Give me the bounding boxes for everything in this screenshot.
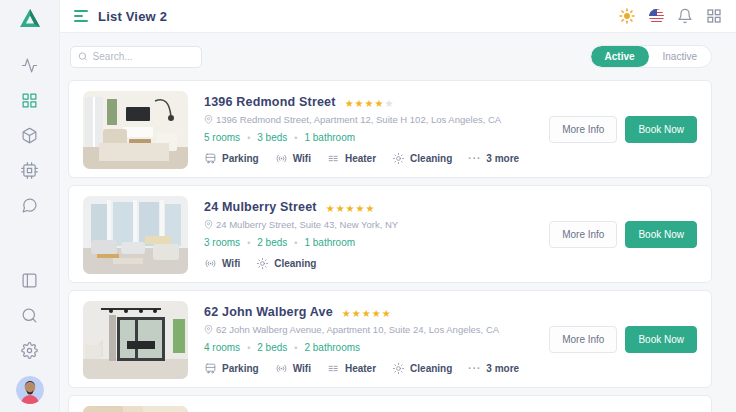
top-header: List View 2 [60, 0, 736, 33]
amenity-wifi: Wifi [275, 362, 311, 375]
map-pin-icon [204, 115, 213, 124]
rooms-count: 3 rooms [204, 237, 240, 248]
more-amenities-link[interactable]: ···3 more [468, 363, 519, 374]
listing-address: 24 Mulberry Street, Suite 43, New York, … [204, 219, 537, 230]
baths-count: 2 bathrooms [304, 342, 360, 353]
property-photo[interactable] [83, 196, 188, 274]
listing-title[interactable]: 1396 Redmond Street [204, 95, 336, 109]
listing-title[interactable]: 24 Mulberry Street [204, 200, 317, 214]
property-photo[interactable] [83, 301, 188, 379]
listing-address: 62 John Walberg Avenue, Apartment 10, Su… [204, 324, 537, 335]
search-icon [78, 51, 88, 62]
amenities-row: Parking Wifi Heater Cleaning ···3 more [204, 152, 537, 165]
more-info-button[interactable]: More Info [549, 221, 617, 248]
sidebar-bottom-group [16, 263, 44, 412]
filter-active-button[interactable]: Active [591, 46, 649, 67]
rating-stars: ★★★★★ [326, 198, 376, 216]
rooms-count: 4 rooms [204, 342, 240, 353]
theme-sun-icon[interactable] [619, 8, 635, 24]
amenity-wifi: Wifi [204, 257, 240, 270]
heater-icon [327, 362, 340, 375]
user-avatar[interactable] [16, 376, 44, 404]
search-box[interactable] [70, 46, 202, 68]
rating-stars: ★★★★★ [345, 93, 395, 111]
more-info-button[interactable]: More Info [549, 116, 617, 143]
amenity-wifi: Wifi [275, 152, 311, 165]
apps-grid-icon[interactable] [706, 8, 722, 24]
listing-card: 48 Manhattan Ave ★★★★★ [68, 395, 712, 412]
wifi-icon [204, 257, 217, 270]
app-logo-icon[interactable] [19, 8, 41, 32]
sidebar-item-layout[interactable] [21, 272, 38, 289]
cleaning-icon [256, 257, 269, 270]
property-photo[interactable] [83, 91, 188, 169]
parking-icon [204, 152, 217, 165]
rooms-count: 5 rooms [204, 132, 240, 143]
page-title: List View 2 [98, 9, 167, 24]
beds-count: 2 beds [257, 237, 287, 248]
list-toolbar: Active Inactive [70, 45, 712, 68]
menu-toggle-icon[interactable] [74, 10, 88, 22]
rating-stars: ★★★★★ [342, 303, 392, 321]
book-now-button[interactable]: Book Now [625, 116, 697, 143]
listing-stats: 4 rooms• 2 beds• 2 bathrooms [204, 342, 537, 353]
listing-details: 1396 Redmond Street ★★★★★ 1396 Redmond S… [188, 91, 537, 167]
parking-icon [204, 362, 217, 375]
amenity-heater: Heater [327, 362, 376, 375]
map-pin-icon [204, 325, 213, 334]
sidebar-item-search[interactable] [21, 307, 38, 324]
amenity-cleaning: Cleaning [392, 152, 452, 165]
listing-card: 1396 Redmond Street ★★★★★ 1396 Redmond S… [68, 80, 712, 178]
amenities-row: Wifi Cleaning [204, 257, 537, 270]
listing-details: 62 John Walberg Ave ★★★★★ 62 John Walber… [188, 301, 537, 377]
listing-details: 48 Manhattan Ave ★★★★★ [188, 406, 697, 412]
sidebar-item-activity[interactable] [21, 57, 38, 74]
beds-count: 2 beds [257, 342, 287, 353]
sidebar-item-package[interactable] [21, 127, 38, 144]
listing-stats: 3 rooms• 2 beds• 1 bathroom [204, 237, 537, 248]
sidebar-item-settings[interactable] [21, 342, 38, 359]
listings-list: 1396 Redmond Street ★★★★★ 1396 Redmond S… [68, 80, 712, 412]
amenities-row: Parking Wifi Heater Cleaning ···3 more [204, 362, 537, 375]
listing-title[interactable]: 62 John Walberg Ave [204, 305, 333, 319]
more-info-button[interactable]: More Info [549, 326, 617, 353]
search-input[interactable] [93, 51, 194, 62]
listing-address: 1396 Redmond Street, Apartment 12, Suite… [204, 114, 537, 125]
status-filter: Active Inactive [590, 45, 712, 68]
beds-count: 3 beds [257, 132, 287, 143]
listing-actions: More Info Book Now [537, 91, 697, 167]
cleaning-icon [392, 152, 405, 165]
ellipsis-icon: ··· [468, 363, 481, 374]
baths-count: 1 bathroom [304, 237, 355, 248]
listing-stats: 5 rooms• 3 beds• 1 bathroom [204, 132, 537, 143]
amenity-cleaning: Cleaning [392, 362, 452, 375]
header-actions [619, 8, 722, 24]
filter-inactive-button[interactable]: Inactive [649, 46, 711, 67]
listing-details: 24 Mulberry Street ★★★★★ 24 Mulberry Str… [188, 196, 537, 272]
more-amenities-link[interactable]: ···3 more [468, 153, 519, 164]
map-pin-icon [204, 220, 213, 229]
amenity-cleaning: Cleaning [256, 257, 316, 270]
listing-card: 24 Mulberry Street ★★★★★ 24 Mulberry Str… [68, 185, 712, 283]
amenity-heater: Heater [327, 152, 376, 165]
sidebar [0, 0, 60, 412]
book-now-button[interactable]: Book Now [625, 326, 697, 353]
book-now-button[interactable]: Book Now [625, 221, 697, 248]
sidebar-item-listings-grid[interactable] [21, 92, 38, 109]
sidebar-item-messages[interactable] [21, 197, 38, 214]
main-content: Active Inactive 1396 Redmond Street ★★★★… [60, 33, 736, 412]
notifications-bell-icon[interactable] [677, 8, 693, 24]
listing-card: 62 John Walberg Ave ★★★★★ 62 John Walber… [68, 290, 712, 388]
rating-stars: ★★★★★ [322, 408, 372, 412]
wifi-icon [275, 152, 288, 165]
language-flag-us[interactable] [648, 8, 664, 24]
heater-icon [327, 152, 340, 165]
sidebar-item-cpu[interactable] [21, 162, 38, 179]
ellipsis-icon: ··· [468, 153, 481, 164]
amenity-parking: Parking [204, 362, 259, 375]
property-photo[interactable] [83, 406, 188, 412]
app-window: List View 2 Active Inactive [0, 0, 736, 412]
baths-count: 1 bathroom [304, 132, 355, 143]
amenity-parking: Parking [204, 152, 259, 165]
cleaning-icon [392, 362, 405, 375]
